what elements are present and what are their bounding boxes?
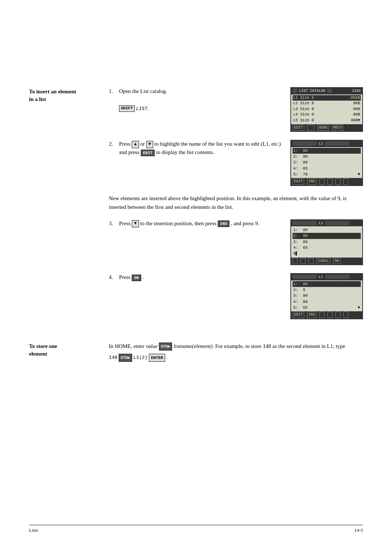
step-3-row: Press ▼ to the insertion position, then … [119,219,363,265]
code-l1: L1(2) [133,355,147,360]
screen-body-2: 1: 88 2: 90 3: 89 4: 6 [291,147,362,178]
menu-blank-4b [327,312,332,318]
section-store-label: To store one element [29,342,109,358]
step-3: 3. Press ▼ to the insertion position, th… [109,219,363,265]
screen2-row-2: 2: 90 [293,154,361,159]
screen-title-2: ░░░░░░░░░░░ L1 ░░░░░░░░░░░ [291,141,362,147]
page-footer: Lists 14-5 [29,525,363,533]
step-2-number: 2. [109,140,119,186]
step-1-row: Open the List catalog. SHIFT LIST. ░░ LI… [119,87,363,132]
menu-edit-1: EDIT [293,125,304,131]
section-label-line2: in a list [29,96,46,102]
section-insert-label: To insert an element in a list [29,87,109,103]
screen-menu-2: EDIT INS [291,178,362,185]
screen-row-l2: L2 Size 00KB [293,101,361,106]
store-label-line2: element [29,351,47,357]
menu-blank-3c [309,258,314,264]
step-4: 4. Press OK . ░░░░░░░░░░░ L1 ░░░░░░░░░░░ [109,273,363,319]
step-4-text: Press OK . [119,273,284,281]
screen2-row-5: 5: 70 ▼ [293,171,361,177]
screen-row-l1: L1 Size 6.05KB [293,95,361,101]
menu-blank-4d [343,312,348,318]
menu-blank-2b [327,178,332,185]
page: To insert an element in a list 1. Open t… [0,0,392,555]
screen-row-l4: L4 Size 00KB [293,112,361,118]
menu-recv-1: RECV [332,125,343,131]
menu-blank-3b [301,258,306,264]
section-store: To store one element In HOME, enter valu… [29,342,363,362]
menu-cancl-3: CANCL [317,258,330,264]
menu-send-1: SEND [317,125,329,131]
menu-blank-4c [335,312,340,318]
section-insert-content: 1. Open the List catalog. SHIFT LIST. [109,87,363,327]
screen-l1-edit: ░░░░░░░░░░░ L1 ░░░░░░░░░░░ 1: 88 2: 90 [290,140,363,186]
menu-edit-2: EDIT [293,178,304,185]
section-store-content: In HOME, enter value STO▶ listname(eleme… [109,342,363,362]
menu-ins-2: INS [307,178,317,185]
screen4-row-4: 4: 89 [293,299,361,305]
screen-menu-4: EDIT INS [291,311,362,319]
intermediate-text: New elements are inserted above the high… [109,194,363,211]
menu-edit-4: EDIT [293,312,304,318]
screen2-row-1: 1: 88 [293,148,361,154]
screen-l1-insert: ░░░░░░░░░░░ L1 ░░░░░░░░░░░ 1: 88 2: 90 [290,219,363,265]
section-label-line1: To insert an element [29,89,76,94]
screen-body-3: 1: 88 2: 90 3: 89 4: 6 [291,226,362,257]
section-insert: To insert an element in a list 1. Open t… [29,87,363,327]
sto-key-2: STO▶ [119,354,132,362]
screen-title-right: 232K [352,88,361,94]
step-4-row: Press OK . ░░░░░░░░░░░ L1 ░░░░░░░░░░░ 1:… [119,273,363,319]
menu-blank-2c [335,178,340,185]
screen-list-catalog: ░░ LIST CATALOG ░░ 232K L1 Size 6.05KB L… [290,87,363,132]
menu-blank-1 [307,125,314,131]
ok-key: OK [132,275,141,281]
screen-menu-1: EDIT SEND RECV [291,124,362,131]
screen-l1-result: ░░░░░░░░░░░ L1 ░░░░░░░░░░░ 1: 88 2: 9 [290,273,363,319]
screen3-row-2: 2: 90 [293,233,361,239]
screen3-row-3: 3: 89 [293,239,361,245]
screen4-row-1: 1: 88 [293,281,361,287]
step-1: 1. Open the List catalog. SHIFT LIST. [109,87,363,132]
screen-title-1: ░░ LIST CATALOG ░░ 232K [291,88,362,94]
value-label: value [146,343,158,349]
screen2-title: ░░░░░░░░░░░ L1 ░░░░░░░░░░░ [293,141,349,147]
step-4-body: Press OK . ░░░░░░░░░░░ L1 ░░░░░░░░░░░ 1:… [119,273,363,319]
screen2-row-4: 4: 65 [293,166,361,171]
store-text: In HOME, enter value STO▶ listname(eleme… [109,342,363,351]
listname-label: listname(element) [173,343,212,349]
arrow-up-key: ▲ [132,141,139,148]
step-2-body: Press ▲ or ▼ to highlight the name of th… [119,140,363,186]
store-code: 148 STO▶ L1(2) ENTER . [109,353,363,362]
step3-arrow-key: ▼ [132,220,139,227]
shift-key: SHIFT [119,105,135,112]
step-3-body: Press ▼ to the insertion position, then … [119,219,363,265]
menu-blank-3a [293,258,298,264]
screen-body-4: 1: 88 2: 9 3: 90 4: 89 [291,280,362,311]
step-1-text: Open the List catalog. SHIFT LIST. [119,87,284,113]
screen4-row-2: 2: 9 [293,287,361,293]
code-148: 148 [109,355,117,360]
arrow-down-key: ▼ [146,141,153,148]
step-1-number: 1. [109,87,119,132]
screen3-input-row: 9▌ [293,251,361,256]
screen-body-1: L1 Size 6.05KB L2 Size 00KB L3 Size 00KB [291,94,362,124]
menu-ok-3: OK [333,258,340,264]
menu-ins-4: INS [307,312,317,318]
menu-blank-2d [343,178,348,185]
step-2: 2. Press ▲ or ▼ to highlight the name of… [109,140,363,186]
screen4-row-5: 5: 65 ▼ [293,305,361,311]
menu-blank-2a [319,178,324,185]
store-label-line1: To store one [29,343,57,349]
screen3-title: ░░░░░░░░░░░ L1 ░░░░░░░░░░░ [293,220,349,226]
screen-menu-3: CANCL OK [291,258,362,265]
step-2-row: Press ▲ or ▼ to highlight the name of th… [119,140,363,186]
screen-row-l5: L5 Size 00KB▼ [293,118,361,123]
screen-title-4: ░░░░░░░░░░░ L1 ░░░░░░░░░░░ [291,274,362,280]
screen4-title: ░░░░░░░░░░░ L1 ░░░░░░░░░░░ [293,274,349,280]
step-3-text: Press ▼ to the insertion position, then … [119,219,284,228]
edit-key: EDIT [141,150,155,156]
ins-key: INS [218,220,229,227]
step-3-number: 3. [109,219,119,265]
screen-row-l3: L3 Size 00KB [293,106,361,112]
sto-key-1: STO▶ [159,343,172,351]
